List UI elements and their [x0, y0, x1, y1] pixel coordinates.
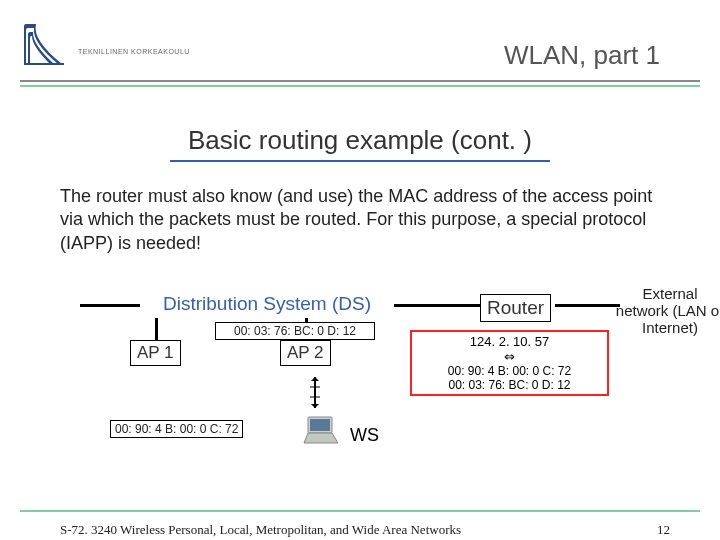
- slide-paragraph: The router must also know (and use) the …: [60, 185, 660, 255]
- slide-header: TEKNILLINEN KORKEAKOULU WLAN, part 1: [0, 0, 720, 90]
- ds-label: Distribution System (DS): [140, 290, 394, 318]
- svg-marker-2: [311, 377, 319, 381]
- logo-mark-icon: [20, 20, 68, 68]
- logo-text: TEKNILLINEN KORKEAKOULU: [78, 48, 190, 55]
- network-diagram: Distribution System (DS) Router AP 1 AP …: [60, 290, 700, 470]
- slide-title: Basic routing example (cont. ): [0, 125, 720, 156]
- ws-mac-label: 00: 90: 4 B: 00: 0 C: 72: [110, 420, 243, 438]
- header-rule-gray: [20, 80, 700, 82]
- mapping-mac-ap2: 00: 03: 76: BC: 0 D: 12: [412, 378, 607, 392]
- ws-label: WS: [350, 425, 379, 446]
- footer-page-number: 12: [657, 522, 670, 538]
- header-rule-green: [20, 85, 700, 87]
- svg-marker-8: [304, 433, 338, 443]
- svg-rect-7: [310, 419, 330, 431]
- mapping-mac-ws: 00: 90: 4 B: 00: 0 C: 72: [412, 364, 607, 378]
- title-underline: [170, 160, 550, 162]
- maps-to-icon: ⇔: [412, 349, 607, 364]
- university-logo: TEKNILLINEN KORKEAKOULU: [20, 20, 220, 70]
- header-title: WLAN, part 1: [504, 40, 660, 71]
- footer-rule: [20, 510, 700, 512]
- laptop-icon: [300, 415, 342, 445]
- external-network-label: External network (LAN or Internet): [615, 285, 720, 336]
- wireless-signal-icon: [305, 375, 325, 410]
- routing-table-highlight: 124. 2. 10. 57 ⇔ 00: 90: 4 B: 00: 0 C: 7…: [410, 330, 609, 396]
- ap1-node: AP 1: [130, 340, 181, 366]
- footer-course: S-72. 3240 Wireless Personal, Local, Met…: [60, 522, 461, 538]
- svg-marker-3: [311, 404, 319, 408]
- router-node: Router: [480, 294, 551, 322]
- ap2-node: AP 2: [280, 340, 331, 366]
- router-external-wire: [555, 304, 620, 307]
- router-ip: 124. 2. 10. 57: [412, 334, 607, 349]
- ap2-mac-label: 00: 03: 76: BC: 0 D: 12: [215, 322, 375, 340]
